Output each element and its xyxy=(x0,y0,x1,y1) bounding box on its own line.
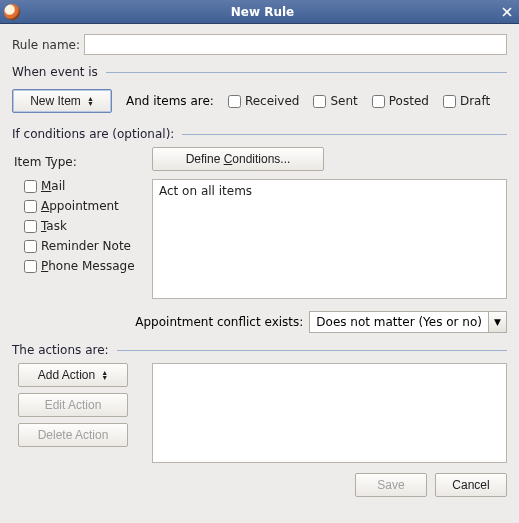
titlebar: New Rule xyxy=(0,0,519,24)
posted-checkbox[interactable]: Posted xyxy=(372,94,429,108)
conditions-heading-label: If conditions are (optional): xyxy=(12,127,174,141)
conditions-area: Item Type: Mail Appointment Task Reminde… xyxy=(12,147,507,299)
event-row: New Item ▲▼ And items are: Received Sent… xyxy=(12,89,507,113)
define-conditions-label: Define Conditions... xyxy=(186,152,291,166)
cancel-button[interactable]: Cancel xyxy=(435,473,507,497)
conflict-label: Appointment conflict exists: xyxy=(135,315,303,329)
actions-heading-label: The actions are: xyxy=(12,343,109,357)
delete-action-button[interactable]: Delete Action xyxy=(18,423,128,447)
conditions-summary-text: Act on all items xyxy=(159,184,252,198)
rule-name-input[interactable] xyxy=(84,34,507,55)
sent-check-input[interactable] xyxy=(313,95,326,108)
mail-check-input[interactable] xyxy=(24,180,37,193)
dialog-content: Rule name: When event is New Item ▲▼ And… xyxy=(0,24,519,505)
draft-checkbox[interactable]: Draft xyxy=(443,94,490,108)
actions-area: Add Action ▲▼ Edit Action Delete Action xyxy=(12,363,507,463)
sent-checkbox[interactable]: Sent xyxy=(313,94,357,108)
posted-check-input[interactable] xyxy=(372,95,385,108)
task-check-label: Task xyxy=(41,219,67,233)
conflict-select-value: Does not matter (Yes or no) xyxy=(310,312,488,332)
app-icon xyxy=(4,4,20,20)
add-action-label: Add Action xyxy=(38,368,95,382)
task-checkbox[interactable]: Task xyxy=(24,219,142,233)
phone-check-label: Phone Message xyxy=(41,259,135,273)
save-label: Save xyxy=(377,478,404,492)
appointment-checkbox[interactable]: Appointment xyxy=(24,199,142,213)
task-check-input[interactable] xyxy=(24,220,37,233)
close-button[interactable] xyxy=(499,4,515,20)
edit-action-label: Edit Action xyxy=(45,398,102,412)
actions-button-column: Add Action ▲▼ Edit Action Delete Action xyxy=(12,363,142,463)
reminder-check-label: Reminder Note xyxy=(41,239,131,253)
edit-action-button[interactable]: Edit Action xyxy=(18,393,128,417)
conditions-right: Define Conditions... Act on all items xyxy=(152,147,507,299)
item-type-list: Mail Appointment Task Reminder Note Phon… xyxy=(12,179,142,273)
new-item-label: New Item xyxy=(30,94,81,108)
divider xyxy=(117,350,507,351)
items-are-label: And items are: xyxy=(126,94,214,108)
item-type-label: Item Type: xyxy=(14,155,142,169)
reminder-checkbox[interactable]: Reminder Note xyxy=(24,239,142,253)
received-checkbox[interactable]: Received xyxy=(228,94,300,108)
spin-icon: ▲▼ xyxy=(101,370,108,380)
divider xyxy=(182,134,507,135)
save-button[interactable]: Save xyxy=(355,473,427,497)
chevron-down-icon: ▼ xyxy=(488,312,506,332)
received-check-input[interactable] xyxy=(228,95,241,108)
received-check-label: Received xyxy=(245,94,300,108)
reminder-check-input[interactable] xyxy=(24,240,37,253)
divider xyxy=(106,72,507,73)
dialog-footer: Save Cancel xyxy=(12,473,507,497)
phone-checkbox[interactable]: Phone Message xyxy=(24,259,142,273)
define-conditions-button[interactable]: Define Conditions... xyxy=(152,147,324,171)
mail-checkbox[interactable]: Mail xyxy=(24,179,142,193)
appointment-check-label: Appointment xyxy=(41,199,119,213)
mail-check-label: Mail xyxy=(41,179,65,193)
actions-heading: The actions are: xyxy=(12,343,507,357)
conflict-row: Appointment conflict exists: Does not ma… xyxy=(12,311,507,333)
sent-check-label: Sent xyxy=(330,94,357,108)
conflict-select[interactable]: Does not matter (Yes or no) ▼ xyxy=(309,311,507,333)
conditions-summary-box[interactable]: Act on all items xyxy=(152,179,507,299)
window-title: New Rule xyxy=(26,5,499,19)
appointment-check-input[interactable] xyxy=(24,200,37,213)
rule-name-row: Rule name: xyxy=(12,34,507,55)
spin-icon: ▲▼ xyxy=(87,96,94,106)
draft-check-input[interactable] xyxy=(443,95,456,108)
add-action-button[interactable]: Add Action ▲▼ xyxy=(18,363,128,387)
posted-check-label: Posted xyxy=(389,94,429,108)
new-item-button[interactable]: New Item ▲▼ xyxy=(12,89,112,113)
when-event-label: When event is xyxy=(12,65,98,79)
rule-name-label: Rule name: xyxy=(12,38,80,52)
actions-list-box[interactable] xyxy=(152,363,507,463)
delete-action-label: Delete Action xyxy=(38,428,109,442)
close-icon xyxy=(502,7,512,17)
item-type-column: Item Type: Mail Appointment Task Reminde… xyxy=(12,147,142,299)
draft-check-label: Draft xyxy=(460,94,490,108)
when-event-heading: When event is xyxy=(12,65,507,79)
phone-check-input[interactable] xyxy=(24,260,37,273)
conditions-heading: If conditions are (optional): xyxy=(12,127,507,141)
cancel-label: Cancel xyxy=(452,478,489,492)
